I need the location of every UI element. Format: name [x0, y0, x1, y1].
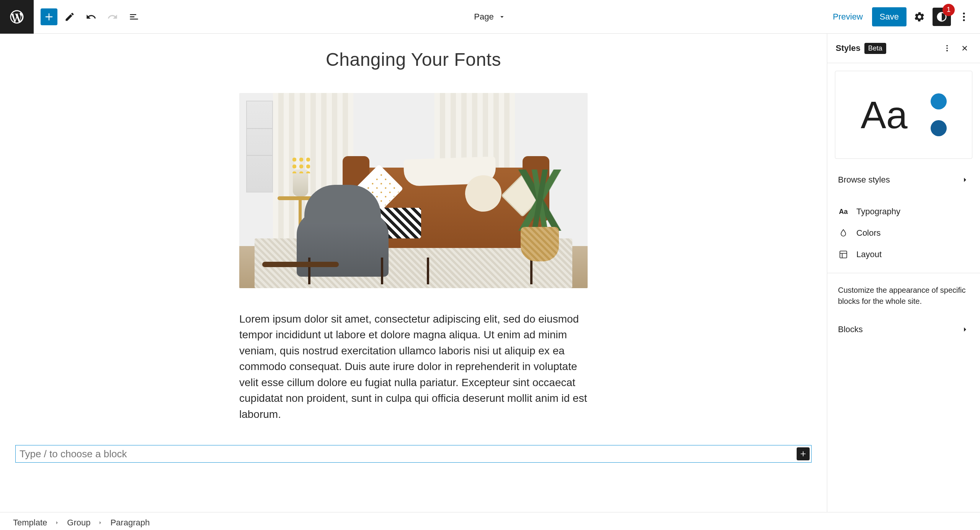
browse-styles-row[interactable]: Browse styles — [827, 166, 980, 193]
style-preview-card[interactable]: Aa — [835, 71, 972, 159]
toolbar-tools — [41, 8, 143, 26]
preview-button[interactable]: Preview — [828, 8, 868, 26]
breadcrumb-item[interactable]: Group — [67, 518, 90, 528]
svg-point-2 — [963, 19, 965, 21]
blocks-section: Customize the appearance of specific blo… — [827, 273, 980, 354]
style-categories: Aa Typography Colors Layout — [827, 193, 980, 273]
sidebar-close-button[interactable] — [958, 41, 972, 55]
svg-rect-6 — [840, 251, 847, 258]
layout-item[interactable]: Layout — [827, 244, 980, 265]
chevron-right-icon — [97, 520, 103, 526]
list-view-button[interactable] — [125, 8, 143, 26]
page-title[interactable]: Changing Your Fonts — [0, 49, 827, 70]
styles-badge: 1 — [942, 4, 955, 16]
edit-tool-button[interactable] — [60, 8, 79, 26]
paragraph-block[interactable]: Lorem ipsum dolor sit amet, consectetur … — [239, 311, 588, 422]
topbar-left — [0, 0, 143, 33]
sidebar-header: Styles Beta — [827, 34, 980, 63]
wordpress-logo[interactable] — [0, 0, 34, 34]
document-type-dropdown[interactable]: Page — [474, 12, 506, 22]
svg-point-4 — [946, 47, 948, 49]
browse-styles-label: Browse styles — [838, 175, 890, 185]
breadcrumb-item[interactable]: Paragraph — [110, 518, 150, 528]
styles-sidebar: Styles Beta Aa Browse styles — [827, 34, 980, 512]
svg-point-3 — [946, 45, 948, 47]
style-preview-swatches — [931, 93, 947, 136]
list-view-icon — [129, 11, 139, 22]
blocks-description: Customize the appearance of specific blo… — [838, 285, 969, 307]
blocks-label: Blocks — [838, 325, 863, 334]
document-type-label: Page — [474, 12, 493, 22]
close-icon — [960, 44, 969, 52]
svg-point-1 — [963, 16, 965, 18]
chevron-right-icon — [54, 520, 60, 526]
block-appender-add-button[interactable] — [797, 447, 810, 460]
pencil-icon — [64, 11, 75, 22]
editor-topbar: Page Preview Save 1 — [0, 0, 980, 34]
chevron-down-icon — [498, 13, 506, 21]
topbar-right: Preview Save 1 — [828, 7, 973, 26]
blocks-row[interactable]: Blocks — [838, 316, 969, 343]
svg-point-0 — [963, 12, 965, 14]
redo-button — [103, 8, 122, 26]
more-options-button[interactable] — [955, 8, 973, 26]
redo-icon — [107, 11, 118, 22]
more-vertical-icon — [943, 44, 951, 52]
undo-button[interactable] — [82, 8, 100, 26]
editor-canvas[interactable]: Changing Your Fonts Lorem ipsum dolor si… — [0, 34, 827, 512]
typography-icon: Aa — [838, 206, 849, 217]
undo-icon — [86, 11, 96, 22]
sidebar-title: Styles — [836, 43, 861, 53]
colors-item[interactable]: Colors — [827, 222, 980, 244]
color-swatch-1 — [931, 93, 947, 109]
typography-item[interactable]: Aa Typography — [827, 201, 980, 222]
sidebar-more-button[interactable] — [940, 41, 954, 55]
plus-icon — [799, 450, 807, 458]
layout-icon — [838, 249, 849, 260]
gear-icon — [914, 11, 925, 23]
drop-icon — [838, 228, 849, 238]
plus-icon — [44, 11, 54, 22]
save-button[interactable]: Save — [872, 7, 906, 26]
svg-point-5 — [946, 50, 948, 52]
chevron-right-icon — [961, 325, 969, 334]
settings-button[interactable] — [910, 8, 929, 26]
typography-label: Typography — [856, 207, 900, 217]
style-preview-text: Aa — [861, 93, 907, 137]
more-vertical-icon — [958, 11, 970, 23]
block-breadcrumb: Template Group Paragraph — [0, 512, 980, 530]
block-appender[interactable] — [15, 445, 812, 463]
styles-button[interactable]: 1 — [933, 8, 951, 26]
colors-label: Colors — [856, 228, 881, 238]
layout-label: Layout — [856, 250, 882, 259]
chevron-right-icon — [961, 176, 969, 184]
wordpress-icon — [9, 9, 25, 25]
hero-image-block[interactable] — [239, 93, 588, 288]
block-appender-input[interactable] — [16, 447, 797, 462]
beta-badge: Beta — [864, 43, 886, 54]
color-swatch-2 — [931, 120, 947, 136]
breadcrumb-item[interactable]: Template — [13, 518, 47, 528]
block-inserter-button[interactable] — [41, 8, 57, 25]
